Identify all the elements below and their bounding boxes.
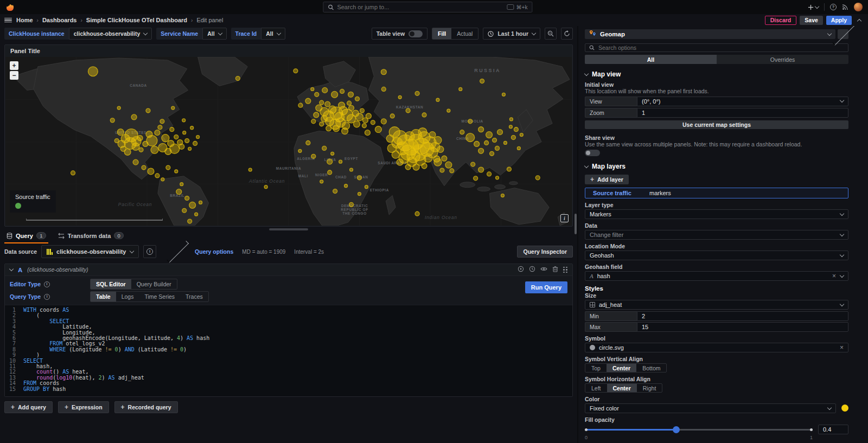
code-line[interactable]: 9 ) — [5, 352, 572, 358]
zoom-out-time-button[interactable] — [545, 28, 557, 40]
code-line[interactable]: 10SELECT — [5, 358, 572, 364]
help-icon[interactable]: ? — [830, 4, 837, 10]
actual-option[interactable]: Actual — [451, 28, 478, 39]
share-view-toggle[interactable] — [585, 150, 600, 156]
add-query-button[interactable]: +Add query — [4, 401, 53, 413]
datasource-picker[interactable]: clickhouse-observability — [41, 245, 139, 258]
color-select[interactable]: Fixed color — [585, 403, 836, 413]
breadcrumb-item-dashboards[interactable]: Dashboards — [42, 17, 77, 23]
logs-option[interactable]: Logs — [116, 292, 139, 301]
sql-code[interactable]: 1WITH coords AS2 (3 SELECT4 Latitude,5 L… — [5, 305, 572, 396]
halign-center-option[interactable]: Center — [607, 384, 637, 392]
global-search[interactable]: ⌘+k — [323, 2, 532, 12]
map-marker — [339, 102, 345, 108]
variable-value-dropdown[interactable]: clickhouse-observability — [69, 28, 152, 40]
halign-right-option[interactable]: Right — [637, 384, 662, 392]
max-input[interactable]: 15 — [637, 322, 848, 332]
clear-icon[interactable]: × — [832, 273, 836, 279]
valign-top-option[interactable]: Top — [585, 364, 607, 372]
news-icon[interactable] — [842, 4, 848, 10]
tab-query[interactable]: Query 1 — [4, 230, 48, 243]
symbol-select[interactable]: circle.svg× — [585, 343, 848, 352]
panel-title[interactable]: Panel Title — [5, 45, 572, 57]
grafana-logo-icon[interactable] — [5, 2, 15, 12]
query-row-header[interactable]: A (clickhouse-observability) — [5, 264, 572, 276]
halign-left-option[interactable]: Left — [585, 384, 607, 392]
add-new-button[interactable] — [808, 4, 819, 10]
time-range-picker[interactable]: Last 1 hour — [483, 28, 540, 40]
refresh-button[interactable] — [561, 28, 573, 40]
trash-icon[interactable] — [552, 266, 558, 274]
map-attribution-button[interactable]: i — [560, 214, 569, 222]
min-input[interactable]: 2 — [637, 311, 848, 321]
options-search-input[interactable] — [598, 44, 844, 51]
query-inspector-button[interactable]: Query Inspector — [517, 246, 573, 258]
code-line[interactable]: 1WITH coords AS — [5, 307, 572, 313]
slider-thumb[interactable] — [673, 426, 680, 433]
geohash-field-select[interactable]: Ahash× — [585, 271, 848, 281]
code-line[interactable]: 15GROUP BY hash — [5, 387, 572, 392]
user-avatar[interactable] — [854, 3, 863, 11]
section-map-view[interactable]: Map view — [585, 70, 848, 78]
breadcrumb-item-dashboard[interactable]: Simple ClickHouse OTel Dashboard — [86, 17, 187, 23]
breadcrumb-item-home[interactable]: Home — [16, 17, 33, 23]
collapse-query-icon[interactable] — [9, 267, 14, 271]
variable-value-dropdown[interactable]: All — [202, 28, 226, 40]
discard-button[interactable]: Discard — [765, 16, 797, 25]
section-map-layers[interactable]: Map layers — [585, 163, 848, 170]
collapse-pane-button[interactable] — [838, 29, 848, 39]
code-line[interactable]: 11 hash, — [5, 364, 572, 369]
zoom-input[interactable]: 1 — [637, 108, 848, 118]
location-mode-select[interactable]: Geohash — [585, 251, 848, 260]
drag-handle-icon[interactable] — [563, 267, 567, 273]
time-series-option[interactable]: Time Series — [139, 292, 180, 301]
recorded-query-button[interactable]: +Recorded query — [114, 401, 178, 413]
use-current-map-settings-button[interactable]: Use current map settings — [585, 120, 848, 129]
map-marker — [381, 69, 386, 75]
expression-button[interactable]: +Expression — [58, 401, 109, 413]
eye-icon[interactable] — [540, 266, 547, 274]
data-select[interactable]: Change filter — [585, 230, 848, 240]
table-option[interactable]: Table — [91, 292, 116, 301]
table-view-switch[interactable] — [409, 30, 423, 37]
menu-toggle-icon[interactable] — [4, 18, 12, 23]
traces-option[interactable]: Traces — [180, 292, 208, 301]
map-zoom-in-button[interactable]: + — [10, 61, 18, 70]
valign-bottom-option[interactable]: Bottom — [636, 364, 666, 372]
visualization-picker[interactable]: Geomap — [585, 29, 835, 39]
layer-item-source-traffic[interactable]: Source traffic markers — [585, 188, 848, 198]
code-line[interactable]: 13 round(log10(heat), 2) AS adj_heat — [5, 375, 572, 381]
fill-option[interactable]: Fill — [432, 28, 451, 39]
run-query-button[interactable]: Run Query — [525, 281, 567, 293]
collapse-up-icon[interactable] — [855, 18, 864, 23]
world-map[interactable]: RUSSIACANADAUNITED STATESKAZAKHSTANMONGO… — [5, 57, 572, 226]
layer-type-select[interactable]: Markers — [585, 209, 848, 219]
tab-transform-data[interactable]: Transform data 0 — [56, 230, 126, 243]
variable-value-dropdown[interactable]: All — [261, 28, 285, 40]
valign-center-option[interactable]: Center — [607, 364, 636, 372]
search-input[interactable] — [337, 4, 503, 10]
code-line[interactable]: 14FROM coords — [5, 381, 572, 386]
color-swatch[interactable] — [841, 405, 848, 412]
datasource-help-button[interactable]: i — [143, 245, 156, 258]
circle-dot-icon[interactable] — [518, 266, 524, 274]
code-line[interactable]: 2 ( — [5, 313, 572, 318]
options-search[interactable] — [585, 43, 848, 52]
code-line[interactable]: 8 WHERE (Longitude != 0) AND (Latitude !… — [5, 347, 572, 352]
add-layer-button[interactable]: +Add layer — [585, 175, 629, 184]
tab-all[interactable]: All — [585, 55, 717, 64]
view-select[interactable]: (0°, 0°) — [637, 97, 848, 106]
scrollbar-thumb[interactable] — [575, 214, 577, 234]
fill-opacity-slider[interactable] — [585, 426, 813, 433]
apply-button[interactable]: Apply — [826, 16, 852, 25]
clear-icon[interactable]: × — [840, 344, 844, 351]
map-zoom-out-button[interactable]: − — [10, 71, 18, 80]
clock-icon[interactable] — [529, 266, 535, 274]
tab-overrides[interactable]: Overrides — [717, 55, 848, 64]
fill-opacity-value[interactable]: 0.4 — [818, 425, 848, 434]
query-options-link[interactable]: Query options — [195, 248, 233, 255]
save-button[interactable]: Save — [800, 16, 823, 25]
query-builder-option[interactable]: Query Builder — [131, 279, 177, 289]
size-select[interactable]: adj_heat — [585, 300, 848, 310]
sql-editor-option[interactable]: SQL Editor — [91, 279, 131, 289]
